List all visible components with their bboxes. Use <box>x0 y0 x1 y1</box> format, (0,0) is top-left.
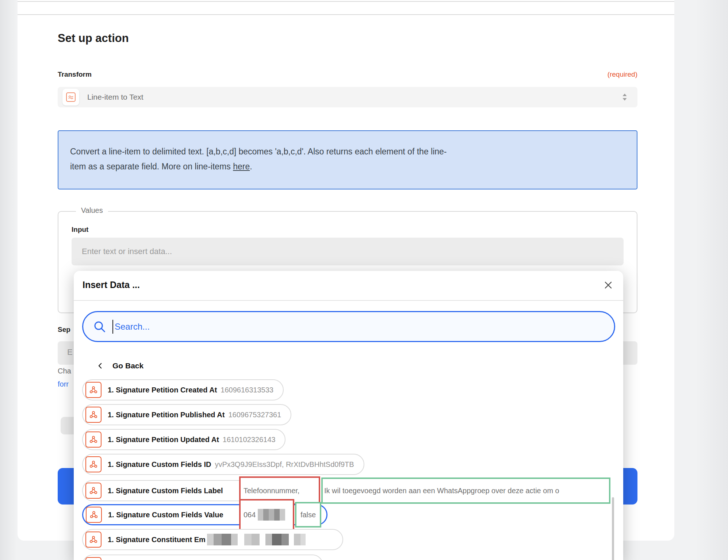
info-text-line1: Convert a line-item to delimited text. [… <box>70 147 447 156</box>
line-item-waves-icon <box>62 89 79 106</box>
list-item: 1. Signature Custom Fields Value 064 fal… <box>82 504 327 525</box>
field-pill-created-at[interactable]: 1. Signature Petition Created At 1609616… <box>82 379 284 400</box>
field-label: 1. Signature Petition Published At <box>108 411 225 419</box>
separator-placeholder: E <box>67 348 73 357</box>
field-value-green: false <box>300 511 316 519</box>
list-item: 1. Signature Petition Published At 16096… <box>82 404 291 425</box>
list-item: 1. Signature Petition Updated At 1610102… <box>82 429 286 450</box>
page-title: Set up action <box>58 32 129 45</box>
field-value: 1609616313533 <box>221 386 273 394</box>
scrollbar[interactable] <box>612 497 614 560</box>
info-text-line2: item as a separate field. More on line-i… <box>70 162 233 171</box>
helper-link[interactable]: forr <box>58 380 69 388</box>
field-label: 1. Signature Custom Fields Label <box>108 487 223 495</box>
webhook-icon <box>86 507 102 523</box>
search-icon <box>93 320 107 334</box>
list-item: 1. Signature Custom Fields Label Telefoo… <box>82 480 301 501</box>
go-back-button[interactable]: Go Back <box>96 361 143 370</box>
webhook-icon <box>85 557 101 560</box>
webhook-icon <box>85 532 101 548</box>
green-annotation-box: Ik wil toegevoegd worden aan een WhatsAp… <box>321 477 610 504</box>
webhook-icon <box>85 407 101 423</box>
input-field[interactable] <box>72 238 624 265</box>
webhook-icon <box>85 456 101 472</box>
field-value-red: 064 <box>244 511 256 519</box>
field-label: 1. Signature Petition Updated At <box>108 436 219 444</box>
chevron-left-icon <box>96 361 104 370</box>
input-label: Input <box>72 226 88 234</box>
helper-text: Cha <box>58 367 71 375</box>
values-legend: Values <box>76 206 108 215</box>
required-badge: (required) <box>608 70 637 78</box>
field-label: 1. Signature Custom Fields Value <box>108 511 223 519</box>
info-text-period: . <box>250 162 252 171</box>
up-down-arrows-icon <box>621 92 628 102</box>
webhook-icon <box>85 431 101 448</box>
field-value-red: Telefoonnummer, <box>244 487 299 495</box>
red-annotation-box: 064 <box>239 499 294 530</box>
field-value: 1609675327361 <box>228 411 281 419</box>
field-value: 1610102326143 <box>223 436 276 444</box>
field-label: 1. Signature Custom Fields ID <box>108 460 211 469</box>
field-value-green: Ik wil toegevoegd worden aan een WhatsAp… <box>324 487 559 495</box>
redacted-value <box>207 534 306 545</box>
green-annotation-box: false <box>295 502 321 528</box>
previous-section-edge <box>18 0 674 15</box>
field-pill-constituent-email[interactable]: 1. Signature Constituent Em <box>82 529 343 550</box>
field-pill-updated-at[interactable]: 1. Signature Petition Updated At 1610102… <box>82 429 286 450</box>
webhook-icon <box>85 382 101 398</box>
insert-data-modal: Insert Data ... Go Back <box>74 271 623 560</box>
webhook-icon <box>85 483 101 499</box>
field-value: yvPx3Q9J9EIss3Dpf, RrXtDvBHhtSd0f9TB <box>215 460 354 469</box>
close-icon[interactable] <box>603 279 615 291</box>
divider <box>74 300 623 301</box>
field-pill-custom-fields-id[interactable]: 1. Signature Custom Fields ID yvPx3Q9J9E… <box>82 454 364 475</box>
search-box[interactable] <box>82 311 615 342</box>
line-items-help-link[interactable]: here <box>233 162 250 171</box>
separator-label: Sep <box>58 326 70 334</box>
list-item: 1. Signature Constituent Em <box>82 529 343 550</box>
redacted-value <box>258 509 285 521</box>
transform-selected-value: Line-item to Text <box>87 93 143 101</box>
transform-label: Transform <box>58 70 92 78</box>
field-label: 1. Signature Constituent Em <box>108 536 206 544</box>
list-item: 1. Signature Custom Fields ID yvPx3Q9J9E… <box>82 454 364 475</box>
field-label: 1. Signature Petition Created At <box>108 386 217 394</box>
list-item-partial <box>82 555 323 560</box>
help-info-box: Convert a line-item to delimited text. [… <box>58 130 637 189</box>
text-caret <box>112 320 113 334</box>
list-item: 1. Signature Petition Created At 1609616… <box>82 379 284 400</box>
transform-select[interactable]: Line-item to Text <box>58 87 637 107</box>
modal-title: Insert Data ... <box>83 280 140 290</box>
divider <box>18 1 674 2</box>
field-pill-published-at[interactable]: 1. Signature Petition Published At 16096… <box>82 404 291 425</box>
search-input[interactable] <box>114 321 614 332</box>
go-back-label: Go Back <box>112 361 143 370</box>
field-pill-partial[interactable] <box>82 555 323 560</box>
